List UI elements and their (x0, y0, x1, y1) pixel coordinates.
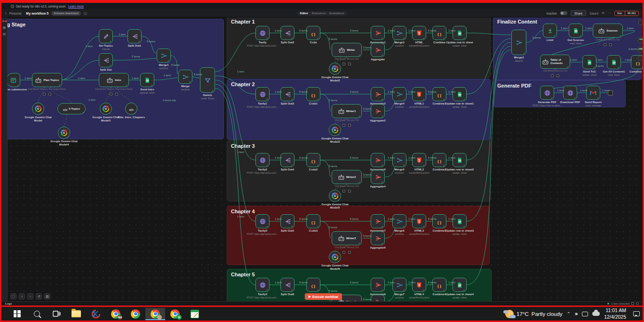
fit-view-button[interactable]: ⛶ (10, 293, 16, 299)
onedrive-icon[interactable] (592, 312, 600, 316)
connector-plus-box[interactable] (342, 190, 345, 193)
share-button[interactable]: Share (571, 10, 586, 16)
connector-plus-box[interactable] (342, 63, 345, 65)
node-5-topics[interactable]: </>5 Topics✓ (57, 103, 86, 114)
node-aggregate[interactable]: ✓ (371, 43, 385, 57)
node-merge[interactable]: ✓ (178, 70, 192, 84)
node-update-row-in-sheet1[interactable]: ✓ (453, 87, 467, 101)
node-aggregate5[interactable]: ✓ (371, 153, 385, 167)
node-tavily[interactable]: ✓ (255, 26, 270, 40)
notes-app-icon[interactable] (185, 308, 205, 320)
node-google-gemini-chat-model1[interactable]: G✓ (100, 103, 112, 115)
node-tavily3[interactable]: ✓ (255, 214, 270, 228)
node-html[interactable]: 5✓ (412, 26, 426, 40)
tidy-up-button[interactable]: ▧ (44, 293, 50, 299)
node-combine3[interactable]: { }✓ (432, 214, 446, 228)
node-merge6[interactable]: ✓ (392, 214, 406, 228)
edit-tag-button[interactable]: + (84, 12, 87, 15)
node-sources[interactable]: Sources✓ (593, 24, 623, 38)
back-chevron-icon[interactable]: ‹ (5, 11, 7, 16)
node-split-out2[interactable]: ✓ (280, 26, 294, 40)
file-explorer-icon[interactable] (66, 308, 86, 320)
chrome-active-window-icon[interactable] (145, 308, 165, 320)
node-code4[interactable]: { }✓ (306, 278, 320, 292)
node-tavily4[interactable]: ✓ (255, 278, 270, 292)
node-google-gemini-chat-model[interactable]: G✓ (32, 103, 44, 115)
execute-workflow-button[interactable]: ▶ Execute workflow (305, 293, 342, 300)
collapse-logs-icon[interactable] (636, 302, 639, 305)
node-update-row-in-sheet[interactable]: ✓ (453, 26, 467, 40)
node-send-toc[interactable]: ✓ (582, 55, 596, 69)
node-merge2[interactable]: ✓ (511, 30, 526, 55)
node-writer1[interactable]: Writer1✓ (332, 104, 362, 118)
node-tavily2[interactable]: ✓ (255, 153, 270, 167)
node-combine[interactable]: { }✓ (432, 26, 446, 40)
node-combine4[interactable]: { }✓ (432, 278, 446, 292)
workflow-canvas[interactable]: ▶ Execute workflow ⛶＋－↺▧ Planning StageC… (8, 17, 643, 301)
snipping-tool-icon[interactable] (86, 308, 106, 320)
node-writer[interactable]: Writer✓ (332, 43, 362, 57)
zoom-in-button[interactable]: ＋ (19, 293, 25, 299)
node-html2[interactable]: 5✓ (412, 153, 426, 167)
node-aggregate4[interactable]: ✓ (371, 170, 385, 184)
node-merge4[interactable]: ✓ (392, 87, 406, 101)
undo-button[interactable]: ↺ (36, 293, 42, 299)
tray-chevron-up-icon[interactable]: ⌃ (567, 311, 571, 316)
node-google-gemini-chat-model5[interactable]: G✓ (329, 190, 341, 202)
node-tavily1[interactable]: ✓ (255, 87, 270, 101)
node-update-row-in-sheet4[interactable]: ✓ (453, 278, 467, 292)
start-button[interactable] (7, 308, 27, 320)
clipped-node[interactable] (638, 56, 643, 60)
node-merge5[interactable]: ✓ (392, 153, 406, 167)
tab-executions[interactable]: Executions (312, 12, 326, 15)
workflow-tag[interactable]: Autosave deactivated (51, 11, 81, 16)
star-label[interactable]: Star (615, 11, 625, 16)
node-html3[interactable]: 5✓ (412, 214, 426, 228)
node-send-intro[interactable]: ✓ (140, 73, 154, 87)
node-aggregate7[interactable]: ✓ (371, 214, 385, 228)
chrome-profile-n-icon[interactable]: N (165, 308, 185, 320)
logs-bar[interactable]: Logs 1 item executed (1, 301, 643, 306)
node-aggregate2[interactable]: ✓ (371, 104, 385, 118)
node-limit[interactable]: ✓ (543, 24, 557, 38)
connector-plus-box[interactable] (348, 63, 351, 65)
clipped-node[interactable] (638, 37, 643, 43)
connector-plus-box[interactable] (348, 190, 351, 193)
open-logs-icon[interactable] (631, 302, 634, 305)
node-set-topics[interactable]: ✓ (99, 29, 113, 43)
banner-learn-more-link[interactable]: Learn more (68, 5, 84, 8)
weather-widget[interactable]: 17°C Partly cloudy (505, 310, 563, 318)
node-merge1[interactable]: ✓ (157, 48, 171, 63)
task-view-icon[interactable] (47, 308, 66, 320)
projects-icon[interactable]: ▤ (2, 32, 7, 36)
node-aggregate9[interactable]: ✓ (371, 278, 385, 292)
node-aggregate1[interactable]: ✓ (371, 26, 385, 40)
node-download-pdf[interactable]: ✓ (563, 86, 577, 100)
tab-editor[interactable]: Editor (300, 12, 308, 15)
connector-plus-box[interactable] (604, 43, 606, 46)
node-writer3[interactable]: Writer3✓ (332, 231, 362, 245)
connector-plus-box[interactable] (557, 74, 559, 77)
chrome-profile-md-icon[interactable]: Md (106, 308, 126, 320)
connector-plus-box[interactable] (110, 93, 112, 96)
node-aggregate3[interactable]: ✓ (371, 87, 385, 101)
node-code1[interactable]: { }✓ (306, 87, 320, 101)
search-icon[interactable] (27, 308, 47, 320)
connector-plus-box[interactable] (348, 124, 351, 127)
connector-plus-box[interactable] (43, 93, 46, 96)
node-aggregate8[interactable]: ✓ (371, 295, 385, 301)
node-split-out1[interactable]: ✓ (127, 29, 142, 43)
node-google-gemini-chat-model6[interactable]: G✓ (329, 251, 341, 263)
connector-plus-box[interactable] (115, 93, 118, 96)
node-merge3[interactable]: ✓ (392, 26, 406, 40)
node-code2[interactable]: { }✓ (306, 153, 320, 167)
node-split-out3[interactable]: ✓ (280, 87, 294, 101)
node-combine2[interactable]: { }✓ (432, 153, 446, 167)
volume-icon[interactable]: 🕪 (575, 311, 578, 317)
node-html4[interactable]: 5✓ (412, 278, 426, 292)
workflow-title[interactable]: My workflow 5 (26, 12, 48, 15)
node-code[interactable]: { }✓ (306, 26, 320, 40)
node-split-out6[interactable]: ✓ (280, 278, 294, 292)
connector-plus-box[interactable] (551, 74, 554, 77)
github-star-widget[interactable]: Star 98,481 (614, 11, 639, 16)
